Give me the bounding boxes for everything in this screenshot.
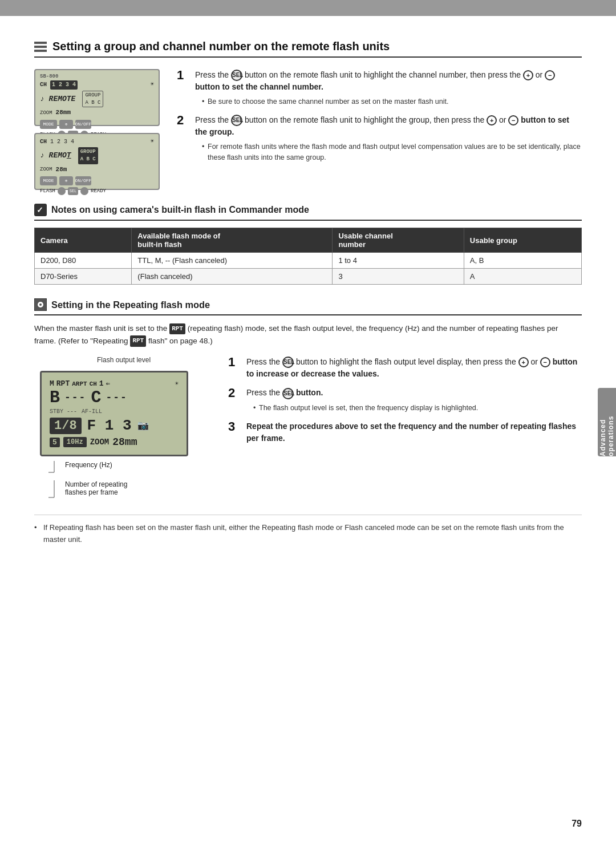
lcd-ch-num: 1 [99, 379, 104, 388]
section1-heading-container: Setting a group and channel number on th… [34, 40, 582, 58]
bars-icon [34, 42, 47, 52]
lcd-row2: B --- C --- [50, 389, 179, 406]
table-header-row: Camera Available flash mode ofbuilt-in f… [35, 228, 582, 253]
section1-title: Setting a group and channel number on th… [52, 40, 390, 53]
steps-column-1: 1 Press the SEL button on the remote fla… [177, 69, 582, 190]
repeating-icon [34, 298, 47, 311]
lcd-sun: ☀ [175, 380, 179, 387]
table-header-camera: Camera [35, 228, 132, 253]
table-row: D200, D80 TTL, M, -- (Flash canceled) 1 … [35, 253, 582, 269]
table-cell-channel-2: 3 [333, 269, 464, 285]
bottom-note-list: If Repeating flash has been set on the m… [34, 515, 582, 546]
notes-title: Notes on using camera's built-in flash i… [51, 205, 309, 215]
svg-rect-1 [34, 46, 47, 48]
lcd-arrow: ⇐ [106, 379, 110, 388]
repeating-step-2-bold: button. [296, 388, 323, 397]
repeating-step-number-1: 1 [228, 356, 240, 380]
lcd-f-number: F 1 3 [87, 417, 132, 434]
step-2-text: Press the SEL button on the remote flash… [195, 114, 582, 163]
table-cell-camera-2: D70-Series [35, 269, 132, 285]
camera-lcd-1: SB-800 CH 1 2 3 4 ☀ ♪ REMOTE GROUPA B C … [34, 69, 160, 126]
step-number-2: 2 [177, 114, 188, 163]
sel-button-icon-1: SEL [231, 70, 242, 81]
top-bar [0, 0, 616, 16]
side-tab-label: Advanced operations [599, 388, 615, 456]
repeating-step-2: 2 Press the SEL button. The flash output… [228, 387, 582, 413]
repeating-step-2-text: Press the SEL button. The flash output l… [246, 387, 582, 413]
repeating-heading-container: Setting in the Repeating flash mode [34, 298, 582, 315]
step-1-bold: button to set the channel number. [195, 82, 323, 91]
table-cell-group-1: A, B [464, 253, 581, 269]
lcd-c-letter: C [91, 389, 101, 406]
step-2-bullet-1: For remote flash units where the flash m… [202, 141, 582, 163]
lcd-5-num: 5 [50, 438, 60, 447]
lcd-fraction-row: 1/8 F 1 3 📷 [50, 417, 179, 434]
step-1-text: Press the SEL button on the remote flash… [195, 69, 582, 107]
lcd-arpt-text: ARPT [72, 381, 87, 387]
frequency-label: Frequency (Hz) [65, 461, 112, 469]
svg-point-7 [39, 303, 42, 306]
lcd-stby-row: STBY --- AF-ILL [50, 408, 179, 415]
lcd-camera-icon: 📷 [137, 420, 149, 431]
step-1-bullet-1: Be sure to choose the same channel numbe… [202, 96, 582, 107]
frequency-label-row: Frequency (Hz) [46, 461, 211, 478]
table-header-group: Usable group [464, 228, 581, 253]
lcd-rpt-text: RPT [56, 379, 70, 388]
repeating-step-section: Flash output level M RPT ARPT CH 1 ⇐ [34, 356, 582, 503]
plus-icon-r1: + [518, 357, 529, 367]
main-content: Setting a group and channel number on th… [34, 40, 582, 546]
repeating-step-3: 3 Repeat the procedures above to set the… [228, 420, 582, 444]
checkmark-icon: ✓ [34, 204, 47, 216]
repeating-step-number-2: 2 [228, 387, 240, 413]
table-cell-mode-1: TTL, M, -- (Flash canceled) [132, 253, 333, 269]
sel-button-icon-2: SEL [231, 115, 242, 126]
notes-table: Camera Available flash mode ofbuilt-in f… [34, 228, 582, 285]
lcd-af-ill: AF-ILL [82, 408, 102, 415]
repeating-num-arrow-icon [46, 480, 63, 503]
rpt-badge-1: RPT [169, 323, 185, 335]
lcd-stby: STBY --- [50, 408, 77, 415]
rpt-badge-2: RPT [130, 335, 146, 347]
lcd-mm: 28mm [112, 436, 137, 448]
lcd-fraction: 1/8 [50, 418, 82, 434]
frequency-arrow-icon [46, 461, 63, 478]
lcd-bottom-row: 5 10Hz ZOOM 28mm [50, 436, 179, 448]
table-cell-camera-1: D200, D80 [35, 253, 132, 269]
lcd-dashes1: --- [64, 392, 86, 403]
repeating-step-3-text: Repeat the procedures above to set the f… [246, 420, 582, 444]
table-row: D70-Series (Flash canceled) 3 A [35, 269, 582, 285]
lcd-zoom: ZOOM [90, 438, 110, 447]
plus-icon-1: + [523, 70, 533, 80]
table-header-channel: Usable channelnumber [333, 228, 464, 253]
table-cell-channel-1: 1 to 4 [333, 253, 464, 269]
table-header-flash-mode: Available flash mode ofbuilt-in flash [132, 228, 333, 253]
camera-lcd-2: CH 1 2 3 4 ☀ ♪ REMOT GROUPA B C ZOOM 28m… [34, 133, 160, 190]
repeating-diagram-area: Flash output level M RPT ARPT CH 1 ⇐ [34, 356, 211, 503]
step-section-1: SB-800 CH 1 2 3 4 ☀ ♪ REMOTE GROUPA B C … [34, 69, 582, 190]
step-2: 2 Press the SEL button on the remote fla… [177, 114, 582, 163]
minus-icon-1: − [545, 70, 555, 80]
plus-icon-2: + [487, 115, 497, 126]
svg-rect-0 [34, 42, 47, 44]
step-1: 1 Press the SEL button on the remote fla… [177, 69, 582, 107]
page: Advanced operations Setting a group and … [0, 0, 616, 846]
lcd-b-letter: B [50, 389, 60, 406]
svg-text:✓: ✓ [37, 205, 43, 214]
repeating-step-3-bold: Repeat the procedures above to set the f… [246, 422, 576, 443]
lcd-ch-text: CH [90, 381, 97, 387]
bottom-note-item: If Repeating flash has been set on the m… [34, 522, 582, 546]
repeating-steps-column: 1 Press the SEL button to highlight the … [222, 356, 582, 503]
repeating-num-label: Number of repeatingflashes per frame [65, 480, 127, 496]
lcd-row1: M RPT ARPT CH 1 ⇐ ☀ [50, 379, 179, 388]
side-tab: Advanced operations [598, 388, 616, 456]
repeating-title: Setting in the Repeating flash mode [51, 299, 210, 310]
images-column: SB-800 CH 1 2 3 4 ☀ ♪ REMOTE GROUPA B C … [34, 69, 165, 190]
table-cell-group-2: A [464, 269, 581, 285]
bottom-labels: Frequency (Hz) Number of repeatingflashe… [46, 461, 211, 503]
minus-icon-r1: − [540, 357, 550, 367]
page-number: 79 [572, 819, 582, 829]
lcd-with-arrow: M RPT ARPT CH 1 ⇐ ☀ B --- [40, 365, 211, 456]
step-2-bullets: For remote flash units where the flash m… [195, 141, 582, 163]
lcd-dashes2: --- [106, 392, 127, 403]
lcd-diagram-container: Flash output level M RPT ARPT CH 1 ⇐ [40, 356, 211, 503]
